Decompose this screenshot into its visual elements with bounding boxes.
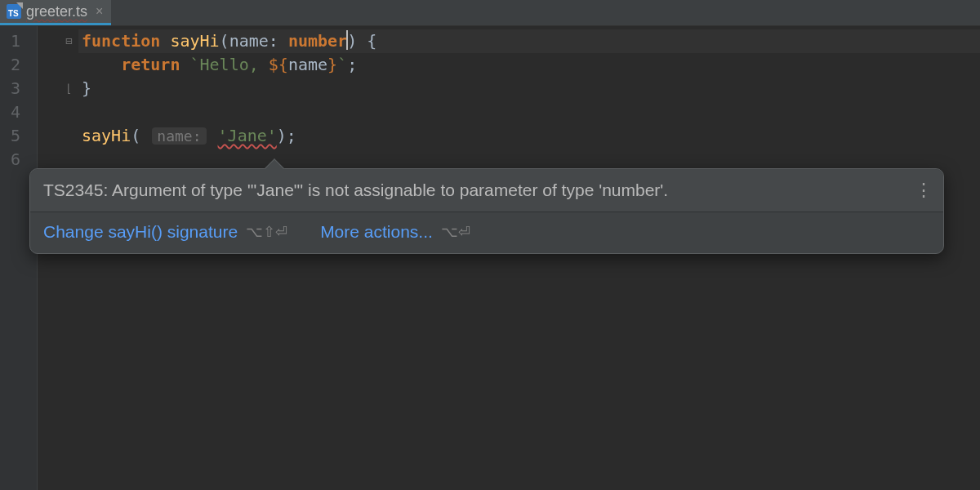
error-message: TS2345: Argument of type '"Jane"' is not… (30, 169, 943, 212)
fold-end-icon[interactable]: ⌊ (65, 82, 77, 94)
keyword-function: function (82, 31, 160, 51)
action-label: Change sayHi() signature (43, 222, 238, 242)
type-number: number (288, 31, 347, 51)
editor-area[interactable]: 1 2 3 4 5 6 ⊟ ⌊ function sayHi(name: num… (0, 26, 980, 490)
tab-bar: TS greeter.ts × (0, 0, 980, 26)
line-number: 5 (0, 124, 37, 148)
line-number: 3 (0, 77, 37, 100)
template-var: name (288, 55, 327, 74)
paren-open: ( (220, 31, 229, 51)
function-call: sayHi (82, 126, 131, 145)
semicolon: ; (347, 55, 357, 74)
param-name: name (229, 31, 269, 51)
brace-close: } (82, 78, 91, 98)
shortcut-hint: ⌥⇧⏎ (246, 223, 287, 241)
shortcut-hint: ⌥⏎ (441, 223, 470, 241)
line-number: 6 (0, 148, 37, 172)
string-text: Hello, (200, 55, 269, 74)
keyword-return: return (121, 55, 180, 74)
fold-collapse-icon[interactable]: ⊟ (65, 35, 77, 47)
backtick: ` (189, 55, 199, 74)
line-number: 4 (0, 100, 37, 124)
fold-column: ⊟ ⌊ (38, 26, 78, 490)
action-more-actions[interactable]: More actions... ⌥⏎ (320, 222, 470, 242)
template-open: ${ (269, 55, 288, 74)
line-number: 1 (0, 29, 37, 53)
file-tab-greeter[interactable]: TS greeter.ts × (0, 0, 111, 25)
typescript-file-icon: TS (7, 4, 21, 19)
template-close: } (327, 55, 337, 74)
kebab-menu-icon[interactable]: ⋮ (915, 180, 932, 201)
paren-open: ( (131, 126, 140, 145)
code-line[interactable] (78, 100, 980, 124)
close-tab-icon[interactable]: × (96, 4, 103, 19)
code-line[interactable]: return `Hello, ${name}`; (78, 53, 980, 77)
string-argument-error: 'Jane' (218, 126, 277, 145)
line-number-gutter: 1 2 3 4 5 6 (0, 26, 38, 490)
backtick: ` (337, 55, 347, 74)
inlay-hint-name: name: (152, 127, 206, 145)
action-change-signature[interactable]: Change sayHi() signature ⌥⇧⏎ (43, 222, 287, 242)
function-name: sayHi (170, 31, 219, 51)
code-line[interactable]: function sayHi(name: number) { (78, 29, 980, 53)
code-line[interactable]: sayHi( name: 'Jane'); (78, 124, 980, 148)
error-message-text: TS2345: Argument of type '"Jane"' is not… (43, 180, 668, 199)
quickfix-actions: Change sayHi() signature ⌥⇧⏎ More action… (30, 212, 943, 253)
line-number: 2 (0, 53, 37, 77)
colon: : (269, 31, 288, 51)
paren-close-brace: ) { (347, 31, 376, 51)
code-line[interactable]: } (78, 77, 980, 100)
error-tooltip: TS2345: Argument of type '"Jane"' is not… (29, 168, 944, 254)
code-content[interactable]: function sayHi(name: number) { return `H… (78, 26, 980, 490)
paren-close-semi: ); (277, 126, 296, 145)
action-label: More actions... (320, 222, 433, 242)
tab-filename: greeter.ts (26, 3, 87, 20)
